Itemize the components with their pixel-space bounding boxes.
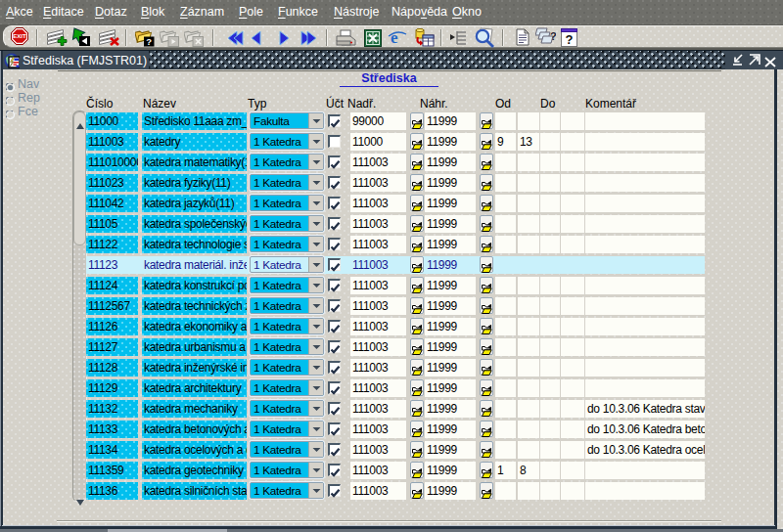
svg-text:EXIT: EXIT xyxy=(13,33,26,39)
svg-text:?: ? xyxy=(566,32,574,47)
svg-text:e: e xyxy=(391,28,398,47)
svg-text:?: ? xyxy=(550,30,556,42)
svg-text:?: ? xyxy=(146,36,152,47)
